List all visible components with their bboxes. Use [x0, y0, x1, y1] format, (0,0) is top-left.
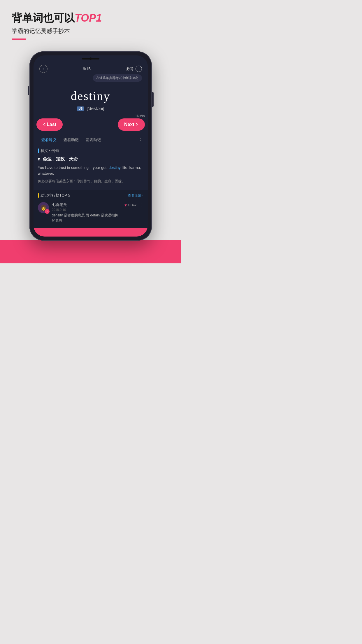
next-button-label: Next >	[124, 122, 138, 127]
user-actions: ♥ 16.6w ⋮	[124, 202, 143, 208]
word-section: destiny US ['destəni]	[34, 83, 148, 114]
tab-definition-label: 查看释义	[41, 138, 57, 142]
tab-mnemonic-label: 查看助记	[64, 138, 79, 142]
user-info: 七喜老头 2018.9.10 density 是密度的意思 而 detain 是…	[52, 202, 122, 223]
word-nav: 16 Min < Last Next >	[34, 114, 148, 134]
us-badge: US	[77, 106, 84, 111]
pos: n.	[38, 156, 43, 161]
example-before: You have to trust in something – your gu…	[38, 165, 109, 170]
bookmark-label: 必背	[126, 66, 134, 71]
time-label: 16 Min	[135, 114, 145, 118]
tooltip-box: 在近几年真题考试中出现98次	[93, 74, 142, 82]
next-button[interactable]: Next >	[118, 118, 145, 131]
example-word-highlight: destiny	[109, 165, 120, 170]
tab-post-mnemonic[interactable]: 发表助记	[82, 135, 104, 145]
phone-screen: ‹ 6/15 必背 在近几年真题考试中出现98次 des	[34, 62, 148, 237]
user-name: 七喜老头	[52, 202, 122, 207]
view-all-button[interactable]: 查看全部 ›	[128, 193, 143, 198]
bottom-pink-section	[0, 240, 181, 263]
nav-bookmark[interactable]: 必背	[126, 66, 142, 72]
section-label: 释义 • 例句	[38, 148, 143, 153]
app-wrapper: 背单词也可以TOP1 学霸的记忆灵感手抄本 ‹	[0, 0, 181, 322]
ranking-section: 助记排行榜TOP 5 查看全部 › 👩	[34, 190, 148, 228]
user-content: density 是密度的意思 而 detain 是耽误扣押的意思	[52, 213, 122, 223]
headline-text: 背单词也可以	[12, 12, 75, 24]
tab-more-button[interactable]: ⋮	[138, 137, 143, 143]
ranking-title-row: 助记排行榜TOP 5	[38, 193, 70, 198]
back-icon: ‹	[43, 67, 44, 71]
headline-accent: TOP1	[75, 12, 102, 24]
phone-outer: ‹ 6/15 必背 在近几年真题考试中出现98次 des	[29, 51, 152, 241]
top-section: 背单词也可以TOP1 学霸的记忆灵感手抄本	[0, 0, 181, 51]
tab-bar: 查看释义 查看助记 发表助记 ⋮	[34, 135, 148, 145]
last-button-label: < Last	[43, 122, 57, 127]
pink-bottom-band	[34, 228, 148, 237]
phone-camera	[89, 57, 92, 60]
phone-top-bar	[34, 55, 148, 62]
tab-post-mnemonic-label: 发表助记	[86, 138, 101, 142]
like-button[interactable]: ♥ 16.6w	[124, 203, 136, 207]
phone-inner: ‹ 6/15 必背 在近几年真题考试中出现98次 des	[34, 55, 148, 237]
view-all-chevron: ›	[142, 193, 143, 197]
tab-definition[interactable]: 查看释义	[38, 135, 60, 145]
heart-icon: ♥	[124, 203, 127, 207]
avatar-container: 👩 1	[38, 202, 49, 213]
nav-bar: ‹ 6/15 必背	[34, 62, 148, 74]
view-all-label: 查看全部	[128, 193, 142, 198]
nav-back-button[interactable]: ‹	[39, 65, 48, 73]
phonetic-row: US ['destəni]	[39, 106, 142, 111]
like-count: 16.6w	[128, 203, 136, 207]
user-date: 2018.9.10	[52, 208, 122, 211]
last-button[interactable]: < Last	[36, 118, 63, 131]
phone-mockup: ‹ 6/15 必背 在近几年真题考试中出现98次 des	[0, 51, 181, 241]
definition-section: 释义 • 例句 n. 命运，定数，天命 You have to trust in…	[34, 145, 148, 190]
accent-line	[12, 38, 26, 40]
phonetic-text: ['destəni]	[87, 106, 104, 111]
rank-badge: 1	[45, 209, 50, 214]
meaning: 命运，定数，天命	[43, 156, 78, 161]
bookmark-circle	[136, 66, 142, 72]
yellow-bar	[38, 193, 39, 198]
ranking-header: 助记排行榜TOP 5 查看全部 ›	[38, 193, 143, 198]
ranking-title: 助记排行榜TOP 5	[41, 193, 70, 198]
more-options-button[interactable]: ⋮	[139, 202, 143, 208]
definition-text: n. 命运，定数，天命	[38, 156, 143, 162]
section-title: 释义 • 例句	[41, 148, 59, 153]
user-card: 👩 1 七喜老头 2018.9.10 density 是密度的意思 而 deta…	[38, 200, 143, 225]
nav-progress: 6/15	[83, 66, 91, 71]
example-chinese: 你必须要相信某些东西：你的勇气、目的、生命、因缘。	[38, 178, 143, 184]
main-word: destiny	[39, 89, 142, 103]
headline: 背单词也可以TOP1	[12, 12, 169, 24]
subtitle: 学霸的记忆灵感手抄本	[12, 27, 169, 35]
section-bar-blue	[38, 148, 39, 153]
example-english: You have to trust in something – your gu…	[38, 165, 143, 177]
tab-mnemonic[interactable]: 查看助记	[60, 135, 82, 145]
tooltip-area: 在近几年真题考试中出现98次	[34, 74, 148, 83]
